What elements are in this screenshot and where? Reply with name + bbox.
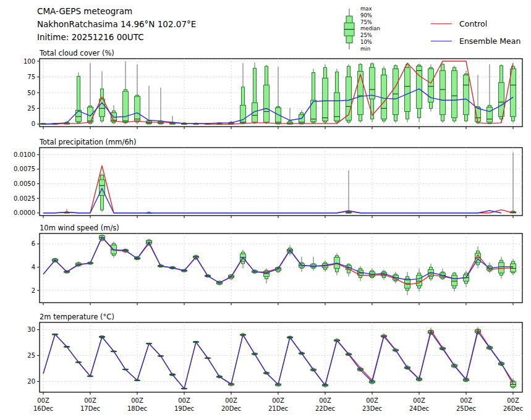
x-tick-label: 00Z [272, 397, 284, 404]
x-tick-label: 00Z [225, 397, 237, 404]
y-tick-label: 6 [32, 240, 35, 247]
panel-title: Total cloud cover (%) [39, 49, 114, 57]
y-tick-label: 50 [27, 90, 35, 96]
x-tick-label: 21Dec [268, 405, 288, 412]
x-tick-label: 00Z [460, 397, 472, 404]
meteogram-page: CMA-GEPS meteogram NakhonRatchasima 14.9… [0, 0, 531, 420]
x-tick-label: 17Dec [80, 405, 100, 412]
panel-title: Total precipitation (mm/6h) [39, 138, 136, 146]
y-tick-label: 20 [27, 378, 35, 385]
x-tick-label: 00Z [84, 397, 96, 404]
panel-title: 10m wind speed (m/s) [40, 224, 119, 232]
x-tick-label: 00Z [131, 397, 143, 404]
y-tick-label: 4 [32, 264, 35, 271]
panel-wind-speed: 24610m wind speed (m/s) [32, 224, 522, 305]
y-tick-label: 25 [27, 352, 35, 359]
x-tick-label: 18Dec [127, 405, 147, 412]
x-tick-label: 16Dec [33, 405, 53, 412]
y-tick-label: 0.0100 [14, 151, 35, 158]
panel-temperature: 2025302m temperature (°C) [27, 313, 522, 395]
y-tick-label: 2 [32, 287, 35, 294]
y-tick-label: 75 [27, 74, 35, 80]
x-tick-label: 22Dec [315, 405, 335, 412]
x-tick-label: 00Z [507, 397, 519, 404]
y-tick-label: 25 [27, 105, 35, 112]
meteogram-chart: 0255075100Total cloud cover (%)0.00000.0… [0, 0, 531, 420]
y-tick-label: 0.0075 [14, 166, 35, 172]
y-tick-label: 100 [23, 58, 35, 65]
y-tick-label: 0 [32, 120, 35, 127]
x-tick-label: 26Dec [503, 405, 523, 412]
panel-cloud-cover: 0255075100Total cloud cover (%) [23, 49, 522, 129]
x-tick-label: 00Z [319, 397, 331, 404]
x-tick-label: 00Z [413, 397, 425, 404]
y-tick-label: 0.0050 [14, 180, 35, 187]
panel-precipitation: 0.00000.00250.00500.00750.0100Total prec… [14, 138, 522, 218]
x-tick-label: 00Z [366, 397, 378, 404]
x-tick-label: 00Z [178, 397, 190, 404]
y-tick-label: 0.0025 [14, 195, 35, 202]
y-tick-label: 0.0000 [14, 209, 35, 216]
x-tick-label: 23Dec [362, 405, 382, 412]
x-tick-label: 20Dec [221, 405, 241, 412]
x-tick-label: 25Dec [456, 405, 476, 412]
x-tick-label: 19Dec [174, 405, 194, 412]
y-tick-label: 30 [27, 326, 35, 333]
panel-title: 2m temperature (°C) [40, 313, 114, 321]
x-tick-label: 00Z [37, 397, 49, 404]
x-tick-label: 24Dec [409, 405, 429, 412]
